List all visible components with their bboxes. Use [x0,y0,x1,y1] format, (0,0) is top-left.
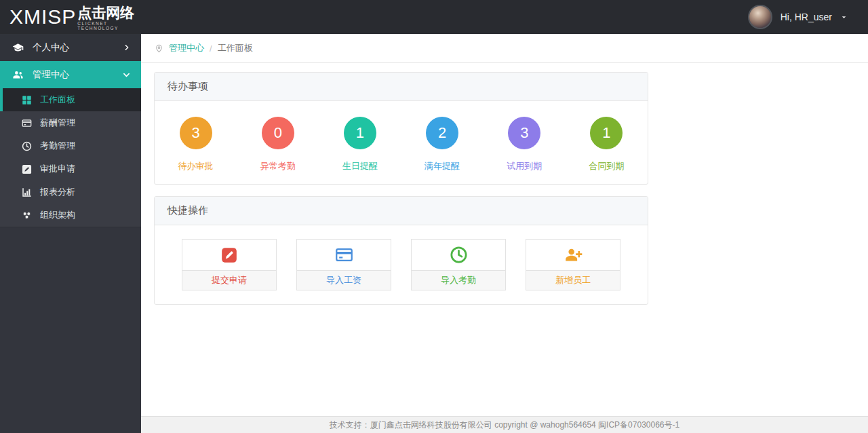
logo-text: XMISP [9,5,76,29]
quick-action-add-employee[interactable]: 新增员工 [526,239,620,290]
count-badge: 0 [262,117,294,149]
chevron-right-icon [123,44,130,51]
location-pin-icon [155,44,163,53]
count-badge: 3 [180,117,212,149]
footer-text: 技术支持：厦门鑫点击网络科技股份有限公司 copyright @ wahogh5… [330,419,679,431]
todo-panel: 待办事项 3 待办审批 0 异常考勤 1 生日提醒 2 [154,72,648,185]
quick-actions-panel: 快捷操作 提交申请 导入工资 [154,196,648,305]
sidebar-item-label: 审批申请 [40,163,75,175]
caret-down-icon [840,14,848,21]
footer: 技术支持：厦门鑫点击网络科技股份有限公司 copyright @ wahogh5… [141,416,868,433]
todo-item-attendance-anomaly[interactable]: 0 异常考勤 [237,117,319,172]
quick-actions-title: 快捷操作 [155,197,648,225]
grid-icon [22,95,32,105]
user-menu[interactable]: Hi, HR_user [748,5,868,29]
chevron-down-icon [123,71,130,79]
content-area: 待办事项 3 待办审批 0 异常考勤 1 生日提醒 2 [141,63,868,416]
todo-label: 生日提醒 [342,160,378,172]
sidebar-item-label: 个人中心 [33,41,123,54]
credit-card-icon [22,118,32,128]
todo-item-pending-approvals[interactable]: 3 待办审批 [155,117,237,172]
topbar: XMISP 点击网络 CLICKNET TECHNOLOGY Hi, HR_us… [0,0,868,34]
todo-label: 异常考勤 [260,160,296,172]
sidebar-item-org-structure[interactable]: 组织架构 [0,204,141,227]
todo-panel-title: 待办事项 [155,73,648,101]
todo-label: 试用到期 [507,160,542,172]
sidebar-submenu: 工作面板 薪酬管理 考勤管理 审批申请 [0,88,141,227]
sidebar-item-approval-request[interactable]: 审批申请 [0,157,141,181]
users-icon [12,69,24,81]
sidebar-item-label: 报表分析 [40,186,75,198]
avatar[interactable] [748,5,772,29]
sidebar-filler [0,227,141,433]
todo-label: 待办审批 [178,160,214,172]
todo-label: 满年提醒 [425,160,460,172]
breadcrumb-parent[interactable]: 管理中心 [169,42,204,54]
quick-action-label: 提交申请 [182,270,276,290]
quick-action-label: 新增员工 [526,270,620,290]
count-badge: 3 [508,117,540,149]
bar-chart-icon [22,187,32,197]
quick-action-import-attendance[interactable]: 导入考勤 [411,239,506,290]
breadcrumb: 管理中心 / 工作面板 [141,34,868,63]
sidebar-item-label: 工作面板 [40,94,75,106]
logo-cn-text: 点击网络 [77,5,141,20]
pencil-square-icon [22,164,32,174]
sidebar-item-label: 薪酬管理 [40,117,75,129]
graduation-cap-icon [12,42,24,54]
quick-action-label: 导入考勤 [412,270,505,290]
sidebar-item-label: 管理中心 [33,69,123,81]
todo-item-anniversary-reminder[interactable]: 2 满年提醒 [401,117,484,172]
todo-item-probation-expiry[interactable]: 3 试用到期 [484,117,566,172]
quick-action-import-salary[interactable]: 导入工资 [296,239,391,290]
count-badge: 1 [344,117,376,149]
sidebar-item-attendance-management[interactable]: 考勤管理 [0,134,141,157]
sidebar-item-report-analysis[interactable]: 报表分析 [0,181,141,204]
sidebar-item-label: 组织架构 [40,209,75,221]
count-badge: 1 [590,117,623,149]
todo-label: 合同到期 [589,160,624,172]
sidebar-item-salary-management[interactable]: 薪酬管理 [0,111,141,134]
todo-item-birthday-reminder[interactable]: 1 生日提醒 [319,117,401,172]
count-badge: 2 [426,117,458,149]
breadcrumb-separator: / [210,43,212,54]
pencil-square-icon [182,240,276,270]
user-greeting: Hi, HR_user [781,12,832,22]
app-logo: XMISP 点击网络 CLICKNET TECHNOLOGY [0,4,141,31]
sidebar-item-personal-center[interactable]: 个人中心 [0,34,141,61]
quick-action-submit-application[interactable]: 提交申请 [182,239,277,290]
user-plus-icon [526,240,620,270]
sidebar-item-work-dashboard[interactable]: 工作面板 [0,88,141,111]
clock-icon [22,141,32,151]
sidebar: 个人中心 管理中心 工作面板 [0,34,141,433]
credit-card-icon [297,240,391,270]
todo-item-contract-expiry[interactable]: 1 合同到期 [566,117,648,172]
sidebar-item-management-center[interactable]: 管理中心 [0,61,141,88]
breadcrumb-current: 工作面板 [218,42,253,54]
quick-action-label: 导入工资 [297,270,391,290]
logo-subtitle: CLICKNET TECHNOLOGY [77,21,141,31]
sidebar-item-label: 考勤管理 [40,140,75,152]
org-nodes-icon [22,210,32,221]
clock-icon [412,240,505,270]
